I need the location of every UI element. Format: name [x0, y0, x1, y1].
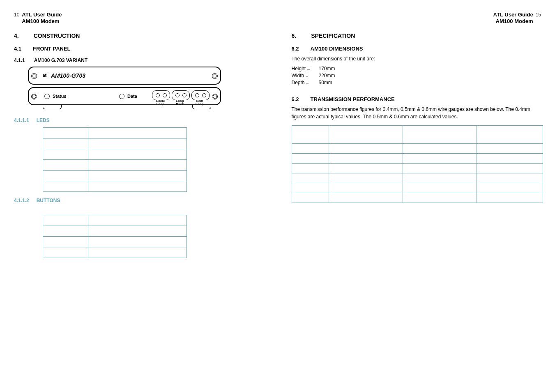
table-cell [292, 154, 329, 164]
table-cell [88, 171, 187, 181]
logo-model: AM100-G703 [51, 72, 85, 79]
modem-title: AM100 Modem [22, 18, 62, 25]
section-6.2a-num: 6.2 [292, 46, 299, 52]
table-row [43, 181, 187, 192]
page-right: ATL User Guide AM100 Modem 15 6. SPECIFI… [278, 0, 555, 392]
leds-table [43, 127, 187, 192]
table-cell [477, 154, 543, 164]
table-row [43, 247, 187, 258]
guide-title: ATL User Guide [493, 12, 533, 18]
dim-width: Width = 220mm [292, 73, 541, 78]
section-6-title: SPECIFICATION [311, 32, 355, 39]
table-row [292, 193, 543, 203]
performance-text: The transmission performance figures for… [292, 106, 541, 120]
section-6.2a-title: AM100 DIMENSIONS [311, 46, 363, 52]
table-cell [88, 181, 187, 192]
table-cell [403, 144, 477, 154]
front-panel-figure: atl AM100-G703 Status Data Local Loop Lo… [28, 67, 221, 112]
table-cell [88, 226, 187, 237]
section-6-num: 6. [292, 32, 297, 39]
section-4.1-num: 4.1 [14, 46, 21, 52]
performance-table [292, 125, 543, 203]
panel-logo: atl AM100-G703 [43, 72, 85, 79]
button-led-icon [202, 93, 206, 97]
section-6.2b-title: TRANSMISSION PERFORMANCE [311, 96, 395, 102]
table-cell [43, 226, 88, 237]
pushbutton-icon [192, 104, 211, 109]
data-label: Data [127, 94, 137, 99]
table-row [292, 183, 543, 193]
panel-top-plate: atl AM100-G703 [28, 67, 221, 85]
section-4.1.1-heading: 4.1.1 AM100 G.703 VARIANT [14, 58, 264, 63]
table-cell [477, 173, 543, 183]
table-cell [403, 193, 477, 203]
width-value: 220mm [319, 73, 335, 78]
table-row [43, 171, 187, 181]
button-led-icon [163, 93, 167, 97]
table-cell [403, 173, 477, 183]
section-4.1.1.1-num: 4.1.1.1 [14, 118, 29, 123]
section-4.1.1.1-heading: 4.1.1.1 LEDS [14, 118, 264, 123]
table-cell [329, 126, 403, 144]
table-cell [292, 126, 329, 144]
depth-value: 50mm [319, 80, 332, 85]
section-4-title: CONSTRUCTION [34, 32, 80, 39]
right-title-block: ATL User Guide AM100 Modem [493, 12, 533, 24]
table-cell [403, 154, 477, 164]
section-4.1.1.1-title: LEDS [37, 118, 50, 123]
section-4.1-heading: 4.1 FRONT PANEL [14, 46, 264, 52]
section-4.1.1.2-title: BUTTONS [37, 198, 60, 203]
page-number-right: 15 [536, 12, 541, 18]
section-4.1.1-num: 4.1.1 [14, 58, 25, 63]
section-6-heading: 6. SPECIFICATION [292, 32, 541, 39]
status-label: Status [53, 94, 67, 99]
table-cell [329, 144, 403, 154]
table-cell [43, 160, 88, 171]
table-cell [88, 160, 187, 171]
table-cell [43, 138, 88, 149]
section-4.1.1-title: AM100 G.703 VARIANT [34, 58, 88, 63]
table-cell [403, 126, 477, 144]
table-cell [88, 215, 187, 226]
left-header: 10 ATL User Guide AM100 Modem [14, 12, 264, 24]
table-cell [43, 247, 88, 258]
dimensions-intro: The overall dimensions of the unit are: [292, 55, 541, 62]
page-number-left: 10 [14, 12, 19, 18]
table-row [292, 164, 543, 173]
table-row [43, 226, 187, 237]
table-cell [329, 193, 403, 203]
dim-depth: Depth = 50mm [292, 80, 541, 85]
data-led-icon [119, 94, 124, 99]
left-title-block: ATL User Guide AM100 Modem [22, 12, 62, 24]
screw-icon [31, 94, 37, 99]
modem-title: AM100 Modem [493, 18, 533, 25]
table-cell [477, 164, 543, 173]
table-row [43, 237, 187, 247]
button-led-icon [182, 93, 187, 97]
section-6.2a-heading: 6.2 AM100 DIMENSIONS [292, 46, 541, 52]
table-cell [43, 128, 88, 138]
screw-icon [212, 94, 218, 99]
table-cell [403, 183, 477, 193]
table-row [43, 215, 187, 226]
logo-prefix: atl [43, 73, 49, 78]
section-4.1.1.2-heading: 4.1.1.2 BUTTONS [14, 198, 264, 203]
table-row [43, 149, 187, 160]
table-row [292, 154, 543, 164]
table-row [43, 128, 187, 138]
width-key: Width = [292, 73, 315, 78]
loop-back-label: Loop Back [176, 99, 184, 106]
table-cell [88, 247, 187, 258]
table-cell [329, 164, 403, 173]
table-cell [43, 171, 88, 181]
section-4.1-title: FRONT PANEL [33, 46, 70, 52]
section-6.2b-num: 6.2 [292, 96, 299, 102]
pushbutton-icon [43, 104, 62, 109]
section-4.1.1.2-num: 4.1.1.2 [14, 198, 29, 203]
table-cell [329, 173, 403, 183]
table-cell [477, 183, 543, 193]
table-cell [88, 149, 187, 160]
button-led-icon [156, 93, 160, 97]
page-left: 10 ATL User Guide AM100 Modem 4. CONSTRU… [0, 0, 278, 392]
table-row [292, 144, 543, 154]
